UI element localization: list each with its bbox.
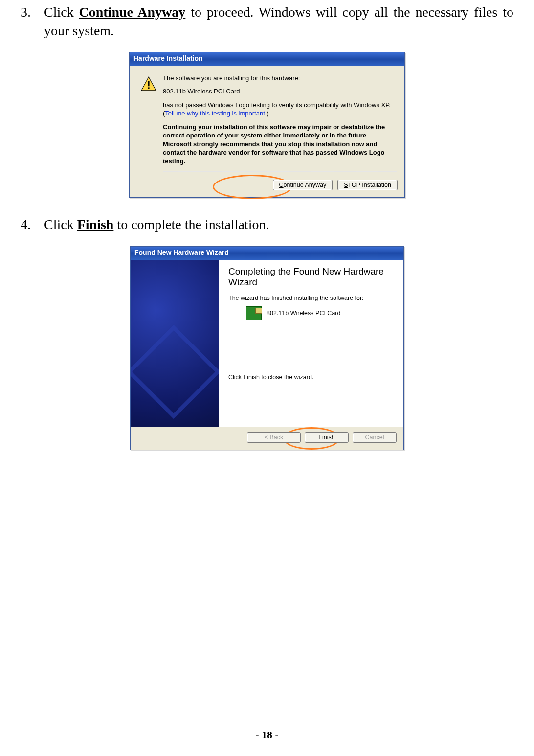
divider <box>163 171 397 172</box>
continue-anyway-button[interactable]: Continue Anyway <box>273 180 333 190</box>
warning-icon <box>140 76 157 92</box>
network-card-icon <box>246 306 262 320</box>
dlg1-warning: Continuing your installation of this sof… <box>163 123 397 166</box>
step-4-text-after: to complete the installation. <box>113 217 269 232</box>
step-4-text-before: Click <box>44 217 77 232</box>
page-number: - 18 - <box>0 729 534 741</box>
dlg2-device: 802.11b Wireless PCI Card <box>267 310 340 317</box>
stop-installation-button[interactable]: STOP Installation <box>337 180 398 190</box>
dlg2-line2: Click Finish to close the wizard. <box>228 374 394 381</box>
dlg1-compat: has not passed Windows Logo testing to v… <box>163 101 397 118</box>
step-3: 3. Click Continue Anyway to proceed. Win… <box>21 3 513 40</box>
step-4: 4. Click Finish to complete the installa… <box>21 215 513 234</box>
dlg1-line1: The software you are installing for this… <box>163 74 397 83</box>
dlg2-line1: The wizard has finished installing the s… <box>228 295 394 301</box>
step-3-action: Continue Anyway <box>79 4 186 20</box>
device-row: 802.11b Wireless PCI Card <box>246 306 394 320</box>
found-new-hardware-dialog: Found New Hardware Wizard Completing the… <box>130 246 404 450</box>
wizard-heading: Completing the Found New Hardware Wizard <box>228 266 394 288</box>
wizard-side-graphic <box>131 260 219 427</box>
step-3-number: 3. <box>21 3 44 40</box>
svg-rect-2 <box>148 87 149 89</box>
dialog-titlebar: Found New Hardware Wizard <box>131 247 403 260</box>
step-3-text-before: Click <box>44 4 79 20</box>
dialog-titlebar: Hardware Installation <box>130 52 404 66</box>
finish-button[interactable]: Finish <box>305 432 349 443</box>
back-button[interactable]: < Back <box>247 432 301 443</box>
step-4-number: 4. <box>21 215 44 234</box>
hardware-installation-dialog: Hardware Installation The software you a… <box>129 52 405 198</box>
cancel-button[interactable]: Cancel <box>353 432 397 443</box>
step-4-action: Finish <box>77 217 114 232</box>
logo-testing-link[interactable]: Tell me why this testing is important. <box>165 110 267 117</box>
dlg1-device: 802.11b Wireless PCI Card <box>163 87 397 96</box>
svg-rect-1 <box>148 81 149 86</box>
